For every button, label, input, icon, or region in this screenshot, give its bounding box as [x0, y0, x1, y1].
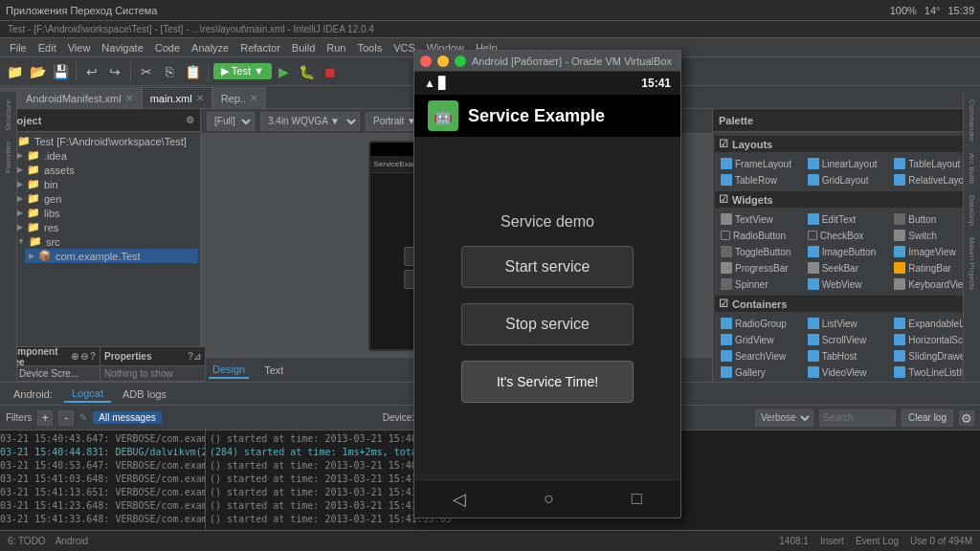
tree-item-src[interactable]: ▼ 📁 src: [13, 234, 198, 249]
logcat-search[interactable]: [819, 409, 896, 427]
run-btn[interactable]: ▶: [274, 61, 295, 82]
menu-code[interactable]: Code: [149, 38, 186, 56]
palette-edittext[interactable]: EditText: [804, 211, 890, 227]
palette-videoview[interactable]: VideoView: [804, 364, 890, 380]
menu-tools[interactable]: Tools: [351, 38, 388, 56]
tree-item-bin[interactable]: ▶ 📁 bin: [13, 177, 198, 191]
logcat-settings-btn[interactable]: ⚙: [959, 410, 974, 426]
tree-item-gen[interactable]: ▶ 📁 gen: [13, 191, 198, 206]
palette-linearlayout[interactable]: LinearLayout: [804, 156, 890, 171]
debug-btn[interactable]: 🐛: [297, 61, 318, 82]
android-start-service-btn[interactable]: Start service: [461, 246, 634, 288]
arc-build-tab[interactable]: Arc Build: [968, 149, 976, 187]
os-menu[interactable]: Приложения Переход Система: [6, 5, 890, 16]
android-service-time-btn[interactable]: It's Service Time!: [461, 361, 634, 403]
todo-badge[interactable]: 6: TODO: [8, 536, 46, 546]
tab-manifest-close[interactable]: ✕: [125, 93, 133, 103]
filter-edit-icon[interactable]: ✎: [79, 412, 87, 423]
palette-seekbar[interactable]: SeekBar: [804, 260, 890, 276]
new-btn[interactable]: 📁: [4, 61, 25, 82]
palette-listview[interactable]: ListView: [804, 316, 890, 331]
tab-rep[interactable]: Rep.. ✕: [212, 87, 266, 108]
tab-main-xml[interactable]: main.xml ✕: [142, 87, 212, 108]
layouts-section-header[interactable]: ☑ Layouts: [715, 136, 978, 152]
menu-analyze[interactable]: Analyze: [186, 38, 234, 56]
android-home-btn[interactable]: ○: [544, 489, 554, 509]
structure-tab[interactable]: Structure: [4, 96, 12, 134]
logcat-adb-tab[interactable]: ADB logs: [115, 386, 174, 402]
menu-run[interactable]: Run: [321, 38, 351, 56]
menu-view[interactable]: View: [62, 38, 97, 56]
designer-tab[interactable]: Design: [209, 362, 249, 379]
palette-searchview[interactable]: SearchView: [717, 348, 803, 364]
properties-filter-icon[interactable]: ⊿: [193, 351, 201, 362]
android-badge[interactable]: Android: [56, 536, 88, 546]
window-minimize-btn[interactable]: [437, 55, 449, 67]
window-maximize-btn[interactable]: [455, 55, 466, 67]
palette-spinner[interactable]: Spinner: [717, 276, 803, 292]
palette-togglebutton[interactable]: ToggleButton: [717, 244, 803, 259]
palette-gallery[interactable]: Gallery: [717, 364, 803, 380]
tree-item-idea[interactable]: ▶ 📁 .idea: [13, 148, 198, 163]
remove-filter-btn[interactable]: -: [58, 410, 74, 426]
logcat-logcat-tab[interactable]: Logcat: [64, 386, 111, 403]
ct-device-item[interactable]: 📱 Device Scre...: [5, 368, 96, 379]
ct-icon2[interactable]: ⊖: [80, 351, 88, 362]
ct-icon3[interactable]: ?: [90, 351, 96, 362]
palette-gridlayout[interactable]: GridLayout: [804, 172, 890, 187]
tree-item-assets[interactable]: ▶ 📁 assets: [13, 163, 198, 177]
event-log-link[interactable]: Event Log: [856, 536, 899, 546]
palette-webview[interactable]: WebView: [804, 276, 890, 292]
palette-framelayout[interactable]: FrameLayout: [717, 156, 803, 171]
palette-progressbar[interactable]: ProgressBar: [717, 260, 803, 276]
android-recent-btn[interactable]: □: [632, 489, 642, 509]
paste-btn[interactable]: 📋: [182, 61, 203, 82]
tab-manifest[interactable]: AndroidManifest.xml ✕: [17, 87, 142, 108]
tree-item-package[interactable]: ▶ 📦 com.example.Test: [25, 249, 198, 263]
undo-btn[interactable]: ↩: [81, 61, 102, 82]
maven-tab[interactable]: Maven Projects: [968, 233, 976, 294]
logcat-android-tab[interactable]: Android:: [6, 386, 60, 402]
tree-item-res[interactable]: ▶ 📁 res: [13, 220, 198, 234]
palette-checkbox[interactable]: CheckBox: [804, 228, 890, 243]
tree-item-project[interactable]: ▼ 📁 Test [F:\Android\workspace\Test]: [2, 134, 198, 148]
text-tab[interactable]: Text: [260, 363, 287, 378]
save-btn[interactable]: 💾: [50, 61, 71, 82]
stop-btn[interactable]: ◼: [320, 61, 341, 82]
palette-content[interactable]: ☑ Layouts FrameLayout LinearLayout Table…: [713, 132, 980, 382]
project-tree[interactable]: ▼ 📁 Test [F:\Android\workspace\Test] ▶ 📁…: [0, 132, 200, 382]
palette-radiogroup[interactable]: RadioGroup: [717, 316, 803, 331]
copy-btn[interactable]: ⎘: [159, 61, 180, 82]
menu-refactor[interactable]: Refactor: [234, 38, 286, 56]
screen-size-select[interactable]: 3.4in WQVGA ▼: [260, 112, 360, 131]
android-back-btn[interactable]: ◁: [453, 489, 466, 510]
palette-radiobutton[interactable]: RadioButton: [717, 228, 803, 243]
all-messages-badge[interactable]: All messages: [93, 411, 161, 424]
menu-edit[interactable]: Edit: [33, 38, 62, 56]
add-filter-btn[interactable]: +: [37, 410, 53, 426]
ct-icon1[interactable]: ⊕: [71, 351, 78, 362]
open-btn[interactable]: 📂: [27, 61, 48, 82]
window-close-btn[interactable]: [420, 55, 432, 67]
palette-gridview[interactable]: GridView: [717, 332, 803, 347]
sidebar-gear-icon[interactable]: ⚙: [186, 115, 194, 125]
cut-btn[interactable]: ✂: [136, 61, 157, 82]
favorites-tab[interactable]: Favorites: [4, 138, 12, 177]
android-stop-service-btn[interactable]: Stop service: [461, 303, 634, 345]
menu-build[interactable]: Build: [286, 38, 321, 56]
log-level-select[interactable]: Verbose: [755, 409, 813, 427]
tab-rep-close[interactable]: ✕: [250, 93, 257, 103]
tab-main-xml-close[interactable]: ✕: [196, 93, 204, 103]
datagrip-tab[interactable]: DataGrip: [968, 191, 976, 230]
palette-scrollview[interactable]: ScrollView: [804, 332, 890, 347]
commander-tab[interactable]: Commander: [968, 96, 976, 145]
palette-tabhost[interactable]: TabHost: [804, 348, 890, 364]
tree-item-libs[interactable]: ▶ 📁 libs: [13, 206, 198, 220]
redo-btn[interactable]: ↪: [104, 61, 125, 82]
os-menu-apps[interactable]: Приложения Переход Система: [6, 5, 157, 16]
palette-textview[interactable]: TextView: [717, 211, 803, 227]
layout-mode-select[interactable]: [Full]: [207, 112, 255, 131]
containers-section-header[interactable]: ☑ Containers: [715, 296, 978, 312]
menu-navigate[interactable]: Navigate: [96, 38, 148, 56]
run-config-btn[interactable]: ▶ Test ▼: [213, 63, 272, 79]
